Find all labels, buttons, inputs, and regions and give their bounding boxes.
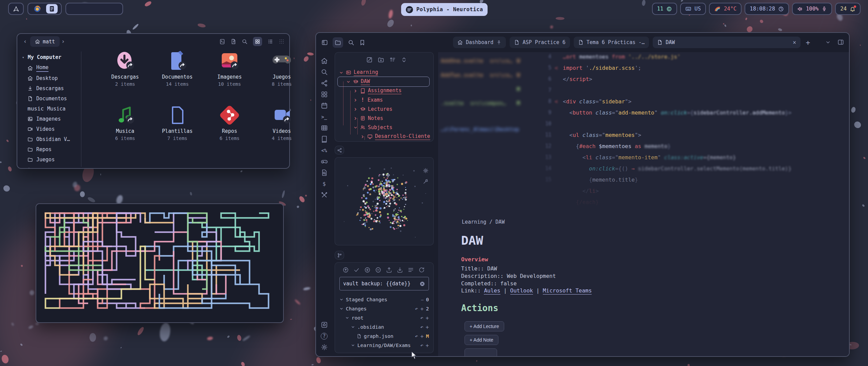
ribbon-canvas[interactable]	[319, 89, 329, 100]
stage-icon[interactable]: +	[420, 333, 424, 340]
pipes-terminal-window[interactable]	[36, 203, 284, 323]
collapse-icon[interactable]	[401, 57, 407, 63]
tree-node-assignments[interactable]: Assignments	[353, 86, 401, 95]
tab-close-icon[interactable]: ×	[793, 39, 796, 46]
check-icon[interactable]	[353, 267, 360, 273]
git-row-learning-daw-exams[interactable]: Learning/DAW/Exams↶+	[351, 341, 429, 350]
folder-tile-videos[interactable]: Videos4 items	[261, 104, 302, 141]
sidebar-item-musica[interactable]: musicMusica	[27, 104, 80, 114]
launcher-button[interactable]	[8, 3, 24, 15]
folder-tile-juegos[interactable]: Juegos8 items	[261, 50, 302, 87]
tab-dashboard[interactable]: Dashboard	[453, 37, 506, 48]
fm-sidebar-root[interactable]: ▾My Computer	[22, 52, 80, 63]
tray-notifications[interactable]: 24	[835, 3, 861, 15]
git-row-changes[interactable]: Changes↶+2	[339, 304, 429, 313]
git-row-staged-changes[interactable]: Staged Changes—0	[339, 295, 429, 304]
tree-node-desarrollo-cliente[interactable]: Desarrollo-Cliente	[360, 132, 430, 141]
undo-icon[interactable]: ↶	[415, 333, 418, 339]
push-icon[interactable]	[386, 267, 392, 273]
note-link-microsoft-teams[interactable]: Microsoft Teams	[543, 287, 592, 294]
action-button--add-note[interactable]: + Add Note	[465, 335, 498, 345]
tray-weather[interactable]: 24°C	[709, 3, 742, 15]
pin-icon[interactable]	[496, 40, 501, 45]
top-icon-files[interactable]	[333, 37, 343, 48]
tab-list-chevron-icon[interactable]	[825, 40, 831, 45]
breadcrumb[interactable]: matt	[30, 36, 60, 47]
sidebar-item-imagenes[interactable]: Imagenes	[27, 114, 80, 124]
note-breadcrumb[interactable]: Learning / DAW	[462, 219, 505, 225]
ribbon-vault[interactable]	[319, 319, 329, 330]
sidebar-item-descargas[interactable]: Descargas	[27, 83, 80, 94]
tray-keyboard-layout[interactable]: US	[680, 3, 706, 15]
back-button[interactable]: ‹	[23, 38, 27, 45]
ribbon-settings[interactable]	[319, 342, 329, 353]
editor-pane[interactable]: AddOne.svelte src\co…UAddTwo.svelte src\…	[438, 52, 850, 357]
git-row-root[interactable]: root↶+	[345, 313, 429, 322]
right-sidebar-toggle-icon[interactable]	[837, 39, 844, 45]
ribbon-table[interactable]	[319, 122, 329, 134]
refresh-icon[interactable]	[418, 267, 425, 273]
note-link-outlook[interactable]: Outlook	[510, 287, 533, 294]
folder-tile-imagenes[interactable]: Imagenes10 items	[209, 50, 250, 87]
sidebar-item-documentos[interactable]: Documentos	[27, 94, 80, 104]
plus-circle-icon[interactable]	[364, 267, 371, 273]
ribbon-tools[interactable]	[319, 189, 329, 201]
tray-clock[interactable]: 18:08:28	[745, 3, 789, 15]
tree-node-exams[interactable]: !Exams	[353, 96, 383, 104]
top-icon-bookmark[interactable]	[359, 39, 366, 46]
new-tab-button[interactable]: +	[804, 38, 811, 47]
sidebar-item-desktop[interactable]: Desktop	[27, 73, 80, 83]
clear-input-icon[interactable]	[419, 281, 425, 287]
audio-visualizer[interactable]	[65, 3, 123, 15]
action-button--add-lecture[interactable]: + Add Lecture	[465, 321, 504, 331]
graph-filter-icon[interactable]	[423, 179, 429, 184]
minus-circle-icon[interactable]	[375, 267, 381, 273]
folder-tile-musica[interactable]: Musica6 items	[105, 104, 145, 141]
new-note-icon[interactable]	[366, 57, 373, 63]
pull-icon[interactable]	[397, 267, 403, 273]
tree-node-daw[interactable]: DAW	[346, 77, 370, 86]
folder-tile-documentos[interactable]: Documentos14 items	[157, 50, 198, 87]
sidebar-item-home[interactable]: Home	[27, 63, 80, 73]
fm-tool-compact-view[interactable]	[279, 37, 284, 46]
stage-icon[interactable]: +	[426, 342, 429, 349]
tab-asp-practice-6[interactable]: ASP Practice 6	[510, 37, 570, 48]
ribbon-book[interactable]	[319, 134, 329, 145]
sidebar-item-partial[interactable]	[27, 165, 80, 168]
tab-daw[interactable]: DAW×	[653, 37, 801, 48]
forward-button[interactable]: ›	[61, 38, 65, 45]
git-row-graph-json[interactable]: graph.json↶+M	[357, 332, 429, 341]
top-icon-search[interactable]	[348, 39, 354, 46]
sidebar-item-repos[interactable]: Repos	[27, 144, 80, 155]
undo-icon[interactable]: ↶	[420, 324, 423, 330]
folder-tile-repos[interactable]: Repos6 items	[209, 104, 250, 141]
graph-canvas[interactable]	[335, 158, 434, 245]
undo-icon[interactable]: ↶	[415, 306, 418, 312]
ribbon-code[interactable]: <%	[319, 145, 329, 156]
graph-settings-gear-icon[interactable]	[423, 168, 429, 174]
commit-message-input[interactable]: vault backup: {{date}}	[339, 277, 429, 290]
fm-tool-search[interactable]	[242, 37, 248, 46]
action-button-partial[interactable]	[465, 348, 497, 357]
stage-icon[interactable]: +	[426, 324, 429, 330]
commit-up-icon[interactable]	[342, 267, 349, 273]
sidebar-item-juegos[interactable]: Juegos	[27, 155, 80, 165]
unstage-icon[interactable]: —	[421, 297, 423, 302]
folder-tile-plantillas[interactable]: Plantillas7 items	[157, 104, 198, 141]
tray-updates[interactable]: 11	[652, 3, 677, 15]
git-tab-chip[interactable]	[335, 251, 344, 260]
ribbon-calendar[interactable]	[319, 100, 329, 111]
ribbon-graph[interactable]	[319, 78, 329, 89]
list-icon[interactable]	[408, 267, 414, 273]
top-icon-sidebar-toggle[interactable]	[321, 39, 328, 46]
dock-item-firefox[interactable]	[32, 4, 43, 14]
media-widget[interactable]: Polyphia - Neurotica	[401, 3, 488, 16]
tree-node-lectures[interactable]: Lectures	[353, 105, 392, 114]
new-folder-icon[interactable]	[378, 57, 384, 63]
fm-tool-terminal[interactable]	[219, 37, 225, 46]
tree-node-notes[interactable]: Notes	[353, 114, 383, 123]
note-link-aules[interactable]: Aules	[484, 287, 500, 294]
tree-node-subjects[interactable]: Subjects	[353, 123, 392, 132]
stage-icon[interactable]: +	[420, 306, 424, 312]
fm-tool-list-view[interactable]	[268, 37, 273, 46]
